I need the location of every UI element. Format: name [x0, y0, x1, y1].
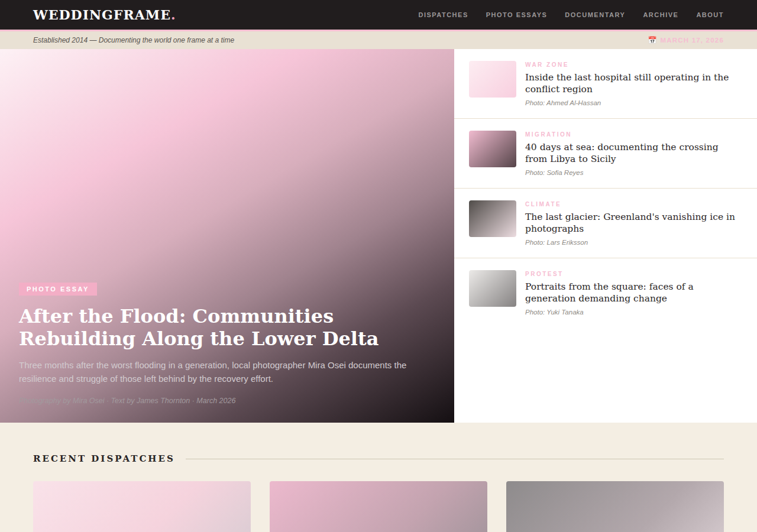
site-logo[interactable]: WEDDINGFRAME.: [33, 7, 176, 22]
hero-byline: Photography by Mira Osei · Text by James…: [19, 397, 431, 405]
site-logo-dot: .: [171, 7, 176, 22]
article-thumbnail: [469, 270, 516, 307]
dispatch-card[interactable]: [270, 481, 487, 532]
sidebar-article-migration[interactable]: MIGRATION 40 days at sea: documenting th…: [454, 118, 757, 188]
main-nav: DISPATCHES PHOTO ESSAYS DOCUMENTARY ARCH…: [418, 11, 724, 18]
hero-subtitle: Three months after the worst flooding in…: [19, 358, 431, 386]
article-thumbnail: [469, 61, 516, 98]
sidebar-article-climate[interactable]: CLIMATE The last glacier: Greenland's va…: [454, 188, 757, 258]
recent-dispatches-section: RECENT DISPATCHES: [0, 423, 757, 530]
sidebar-article-protest[interactable]: PROTEST Portraits from the square: faces…: [454, 258, 757, 327]
recent-dispatches-header: RECENT DISPATCHES: [33, 453, 724, 464]
article-title[interactable]: 40 days at sea: documenting the crossing…: [525, 141, 738, 166]
sidebar-article-list: WAR ZONE Inside the last hospital still …: [454, 49, 757, 423]
calendar-icon: 📅: [648, 37, 656, 44]
article-category: CLIMATE: [525, 201, 743, 207]
article-photo-credit: Photo: Ahmed Al-Hassan: [525, 99, 743, 106]
article-text: PROTEST Portraits from the square: faces…: [525, 270, 743, 316]
nav-item-photo-essays[interactable]: PHOTO ESSAYS: [486, 11, 548, 18]
article-title[interactable]: Inside the last hospital still operating…: [525, 72, 738, 96]
article-photo-credit: Photo: Sofia Reyes: [525, 169, 743, 176]
nav-item-dispatches[interactable]: DISPATCHES: [418, 11, 468, 18]
site-logo-text: WEDDINGFRAME: [33, 7, 171, 22]
article-thumbnail: [469, 200, 516, 237]
main-content: PHOTO ESSAY After the Flood: Communities…: [0, 49, 757, 423]
nav-item-archive[interactable]: ARCHIVE: [643, 11, 678, 18]
current-date: MARCH 17, 2026: [660, 37, 724, 44]
recent-dispatches-heading: RECENT DISPATCHES: [33, 453, 175, 464]
article-category: PROTEST: [525, 271, 743, 277]
article-thumbnail: [469, 131, 516, 167]
article-text: WAR ZONE Inside the last hospital still …: [525, 61, 743, 106]
article-title[interactable]: Portraits from the square: faces of a ge…: [525, 281, 738, 305]
info-bar: Established 2014 — Documenting the world…: [0, 31, 757, 49]
site-tagline: Established 2014 — Documenting the world…: [33, 36, 234, 44]
article-photo-credit: Photo: Lars Eriksson: [525, 239, 743, 246]
article-text: CLIMATE The last glacier: Greenland's va…: [525, 200, 743, 246]
hero-title[interactable]: After the Flood: Communities Rebuilding …: [19, 305, 431, 351]
nav-item-about[interactable]: ABOUT: [696, 11, 724, 18]
nav-item-documentary[interactable]: DOCUMENTARY: [565, 11, 625, 18]
sidebar-article-war-zone[interactable]: WAR ZONE Inside the last hospital still …: [454, 49, 757, 118]
recent-dispatches-cards: [33, 481, 724, 532]
article-category: WAR ZONE: [525, 61, 743, 68]
article-category: MIGRATION: [525, 131, 743, 138]
date-display: 📅 MARCH 17, 2026: [648, 37, 724, 44]
article-text: MIGRATION 40 days at sea: documenting th…: [525, 131, 743, 176]
header: WEDDINGFRAME. DISPATCHES PHOTO ESSAYS DO…: [0, 0, 757, 31]
article-photo-credit: Photo: Yuki Tanaka: [525, 309, 743, 316]
dispatch-card[interactable]: [33, 481, 251, 532]
article-title[interactable]: The last glacier: Greenland's vanishing …: [525, 211, 738, 235]
dispatch-card[interactable]: [506, 481, 724, 532]
hero-feature[interactable]: PHOTO ESSAY After the Flood: Communities…: [0, 49, 454, 423]
hero-category-badge[interactable]: PHOTO ESSAY: [19, 283, 97, 296]
heading-rule: [186, 459, 724, 459]
